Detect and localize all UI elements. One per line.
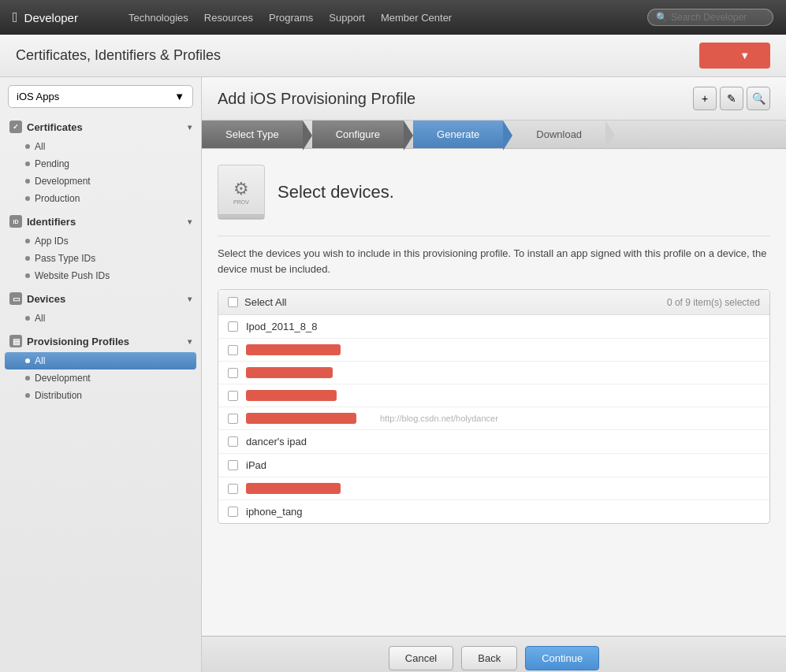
wizard-step-generate[interactable]: Generate [413, 121, 503, 148]
device-row[interactable]: iPad [218, 454, 769, 477]
watermark: http://blog.csdn.net/holydancer [380, 414, 498, 423]
certificates-header[interactable]: ✓ Certificates ▾ [0, 116, 201, 138]
identifiers-header[interactable]: ID Identifiers ▾ [0, 210, 201, 232]
continue-button[interactable]: Continue [525, 646, 599, 670]
content-area: Add iOS Provisioning Profile + ✎ 🔍 Selec… [202, 77, 786, 672]
sidebar-item-cert-development[interactable]: Development [0, 173, 201, 190]
wizard-step-configure[interactable]: Configure [312, 121, 404, 148]
device-row[interactable] [218, 362, 769, 384]
sidebar-item-provisioning-development[interactable]: Development [0, 369, 201, 387]
sidebar-section-provisioning: ▤ Provisioning Profiles ▾ All Developmen… [0, 330, 201, 404]
account-button[interactable]: ▼ [699, 43, 770, 69]
device-row[interactable]: Ipod_2011_8_8 [218, 315, 769, 339]
wizard-step-label: Configure [336, 128, 380, 140]
dot-icon [25, 273, 30, 278]
select-all-checkbox[interactable] [228, 297, 238, 307]
device-checkbox[interactable] [228, 345, 238, 355]
sidebar-item-pass-type-ids[interactable]: Pass Type IDs [0, 250, 201, 267]
page-header-area: ⚙ PROV Select devices. [218, 165, 770, 220]
certificates-label: Certificates [27, 121, 83, 133]
identifiers-icon: ID [9, 215, 22, 228]
device-checkbox[interactable] [228, 460, 238, 470]
device-checkbox[interactable] [228, 391, 238, 401]
nav-programs[interactable]: Programs [269, 12, 313, 24]
device-checkbox[interactable] [228, 484, 238, 494]
search-input[interactable] [671, 12, 766, 23]
content-header: Add iOS Provisioning Profile + ✎ 🔍 [202, 77, 786, 121]
add-button[interactable]: + [693, 87, 717, 110]
page-heading: Select devices. [278, 182, 394, 202]
top-nav-links: Technologies Resources Programs Support … [129, 12, 628, 24]
redacted-device-name [246, 413, 356, 424]
dot-icon [25, 196, 30, 201]
provisioning-icon: ▤ [9, 335, 22, 347]
device-row[interactable]: http://blog.csdn.net/holydancer [218, 407, 769, 430]
sidebar-item-app-ids[interactable]: App IDs [0, 232, 201, 250]
main-layout: iOS Apps ▼ ✓ Certificates ▾ All Pending … [0, 77, 786, 672]
footer: Cancel Back Continue [202, 636, 786, 672]
search-icon: 🔍 [656, 12, 668, 23]
redacted-device-name [246, 483, 341, 494]
search-button[interactable]: 🔍 [747, 87, 770, 110]
sidebar-item-devices-all[interactable]: All [0, 310, 201, 327]
wizard-step-select-type[interactable]: Select Type [202, 121, 303, 148]
nav-support[interactable]: Support [329, 12, 365, 24]
device-checkbox[interactable] [228, 507, 238, 517]
provisioning-header[interactable]: ▤ Provisioning Profiles ▾ [0, 330, 201, 352]
sidebar-item-provisioning-distribution[interactable]: Distribution [0, 387, 201, 404]
wizard-step-download[interactable]: Download [512, 121, 605, 148]
dot-icon [25, 316, 30, 321]
main-content: ⚙ PROV Select devices. Select the device… [202, 149, 786, 636]
certificates-icon: ✓ [9, 121, 22, 133]
sidebar-item-website-push-ids[interactable]: Website Push IDs [0, 267, 201, 284]
devices-header[interactable]: ▭ Devices ▾ [0, 288, 201, 310]
chevron-down-icon: ▼ [174, 91, 184, 102]
nav-member-center[interactable]: Member Center [381, 12, 452, 24]
cancel-button[interactable]: Cancel [389, 646, 453, 670]
device-checkbox[interactable] [228, 368, 238, 378]
search-box[interactable]: 🔍 [647, 9, 773, 26]
wizard-steps: Select Type Configure Generate Download [202, 121, 786, 149]
identifiers-label: Identifiers [27, 216, 76, 228]
device-row[interactable] [218, 384, 769, 407]
dot-icon [25, 256, 30, 261]
devices-label: Devices [27, 293, 65, 305]
provisioning-chevron: ▾ [188, 337, 192, 346]
dot-icon [25, 393, 30, 398]
edit-button[interactable]: ✎ [720, 87, 743, 110]
device-checkbox[interactable] [228, 436, 238, 447]
sidebar-item-cert-pending[interactable]: Pending [0, 155, 201, 173]
device-checkbox[interactable] [228, 321, 238, 332]
redacted-device-name [246, 390, 337, 401]
sidebar-section-certificates: ✓ Certificates ▾ All Pending Development… [0, 116, 201, 207]
device-row[interactable] [218, 477, 769, 500]
identifiers-chevron: ▾ [188, 217, 192, 226]
brand-name: Developer [24, 11, 78, 24]
nav-technologies[interactable]: Technologies [129, 12, 188, 24]
device-row[interactable]: iphone_tang [218, 500, 769, 523]
dot-icon [25, 376, 30, 381]
device-row[interactable]: dancer's ipad [218, 430, 769, 454]
dot-icon [25, 144, 30, 149]
section-header: Certificates, Identifiers & Profiles ▼ [0, 35, 786, 77]
device-list-header: Select All 0 of 9 item(s) selected [218, 290, 769, 315]
device-count: 0 of 9 item(s) selected [667, 297, 760, 308]
sidebar-item-cert-all[interactable]: All [0, 138, 201, 155]
device-row[interactable] [218, 339, 769, 362]
select-all-area[interactable]: Select All [228, 296, 286, 308]
sidebar-section-identifiers: ID Identifiers ▾ App IDs Pass Type IDs W… [0, 210, 201, 284]
top-navigation:  Developer Technologies Resources Progr… [0, 0, 786, 35]
nav-resources[interactable]: Resources [204, 12, 253, 24]
devices-chevron: ▾ [188, 295, 192, 303]
dot-icon [25, 162, 30, 166]
sidebar-section-devices: ▭ Devices ▾ All [0, 288, 201, 327]
redacted-device-name [246, 367, 333, 378]
back-button[interactable]: Back [461, 646, 517, 670]
provisioning-profile-icon: ⚙ PROV [218, 165, 265, 220]
sidebar-item-provisioning-all[interactable]: All [5, 352, 196, 369]
description-text: Select the devices you wish to include i… [218, 246, 770, 277]
section-title: Certificates, Identifiers & Profiles [16, 47, 221, 64]
ios-apps-dropdown[interactable]: iOS Apps ▼ [8, 85, 193, 108]
sidebar-item-cert-production[interactable]: Production [0, 190, 201, 207]
device-checkbox[interactable] [228, 414, 238, 424]
